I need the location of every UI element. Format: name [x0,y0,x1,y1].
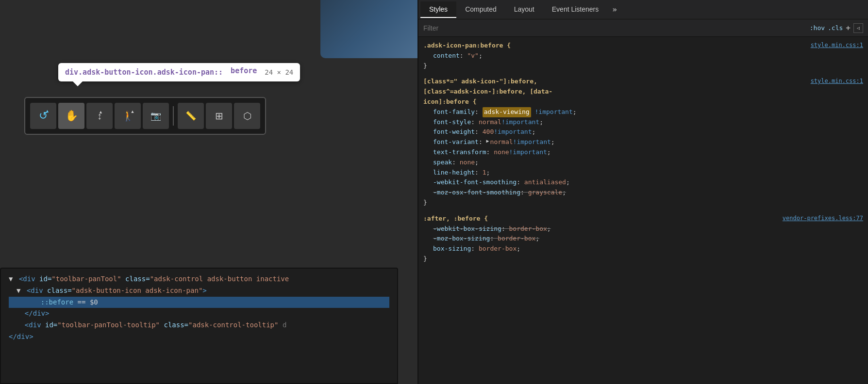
pan-icon: ✋ [65,110,78,122]
3dbox-icon: ⬡ [243,110,251,122]
tab-more-button[interactable]: » [607,2,622,17]
css-prop-webkit-box-sizing: -webkit-box-sizing : border-box ; [433,224,863,234]
css-rule-2: [class*=" adsk-icon-"]:before, style.min… [423,77,863,208]
camera-icon: 📷 [150,111,161,121]
css-prop-name-box-sizing: box-sizing [433,244,471,254]
toolbar-3dbox-button[interactable]: ⬡ [234,103,260,129]
css-colon-ms: : [520,188,528,198]
css-prop-text-transform: text-transform : none !important ; [433,147,863,158]
css-semi-tt: ; [547,147,551,158]
css-prop-name-font-variant: font-variant [433,137,479,147]
css-semi-ws: ; [566,177,570,188]
tab-computed[interactable]: Computed [456,1,505,18]
dom-line-3-selected[interactable]: ::before == $0 [9,297,389,308]
devtools-panel: Styles Computed Layout Event Listeners »… [417,0,868,384]
css-semi-ff: ; [573,107,577,117]
dom-line-4[interactable]: </div> [9,308,389,320]
dom-inspector: ▼ <div id="toolbar-panTool" class="adsk-… [0,268,398,384]
css-prop-value-box-sizing: border-box [479,244,517,254]
css-rule-2-close: } [423,198,863,208]
css-rule-2-selector-cont: [class^=adsk-icon-]:before, [data- [423,87,863,97]
dom-dollar-sign: == $0 [78,298,98,306]
css-important-ff: !important [531,107,573,117]
dom-tag-div-3: <div [17,321,45,329]
css-semi-bs: ; [517,244,520,254]
css-colon-ws: : [517,177,524,188]
dom-line-5[interactable]: <div id="toolbar-panTool-tooltip" class=… [9,320,389,331]
toolbar-measure-button[interactable]: 📏 [178,103,204,129]
dom-attr-class-3: class= [164,321,188,329]
css-prop-value-moz-smoothing: grayscale [528,188,562,198]
css-rule-1-source[interactable]: style.min.css:1 [811,41,863,50]
dom-tag-close-div-1: </div> [9,333,33,340]
tab-layout-label: Layout [514,5,534,13]
css-rule-2-selector: [class*=" adsk-icon-"]:before, [423,78,537,85]
css-colon-wbs: : [501,224,509,234]
css-prop-webkit-smoothing: -webkit-font-smoothing : antialiased ; [433,177,863,188]
css-prop-moz-box-sizing: -moz-box-sizing : border-box ; [433,234,863,244]
css-colon-sp: : [452,158,460,168]
toolbar-pan-button[interactable]: ✋ [58,103,84,129]
css-rule-3: :after, :before { vendor-prefixes.less:7… [423,214,863,264]
toolbar-section-button[interactable]: ⊞ [206,103,232,129]
filter-hov-button[interactable]: :hov [810,24,825,32]
css-prop-name-content: content [433,51,460,61]
toolbar-walk-button[interactable]: 🚶 ▲ [115,103,141,129]
tab-layout[interactable]: Layout [505,1,543,18]
css-rule-1: .adsk-icon-pan:before { style.min.css:1 … [423,41,863,71]
css-prop-value-line-height: 1 [483,168,486,178]
filter-input[interactable] [423,24,806,32]
walk-icon: 🚶 ▲ [122,110,134,122]
css-prop-value-content: "v" [467,51,478,61]
css-prop-name-line-height: line-height [433,168,475,178]
dom-line-2[interactable]: ▼ <div class="adsk-button-icon adsk-icon… [9,285,389,297]
toolbar-orbit-button[interactable]: ↺ ▲ [30,103,56,129]
css-prop-name-font-weight: font-weight [433,127,475,137]
tab-event-listeners[interactable]: Event Listeners [543,1,608,18]
tab-computed-label: Computed [465,5,497,13]
toolbar-zoom-button[interactable]: ↕ ▲ [86,103,113,129]
filter-cls-button[interactable]: .cls [828,24,843,32]
css-rule-2-source[interactable]: style.min.css:1 [811,77,863,86]
dom-pseudo-before: ::before [24,298,73,306]
dom-attr-id-value-3: "toolbar-panTool-tooltip" [57,321,160,329]
css-rule-1-close: } [423,61,863,71]
filter-add-button[interactable]: + [846,23,851,32]
css-colon-fv: : [479,137,486,147]
css-important-tt: !important [509,147,547,158]
triangle-icon-fv: ▶ [486,137,489,147]
dom-tag-div-2: <div [27,287,47,294]
tab-styles[interactable]: Styles [420,1,456,18]
dom-tag-close-div-2: </div> [17,309,49,317]
css-rule-2-props: font-family : adsk-viewing !important ; … [423,107,863,198]
devtools-tabs-bar: Styles Computed Layout Event Listeners » [418,0,868,19]
filter-toggle-icon: ◁ [857,25,860,31]
3d-model-preview [320,0,417,58]
filter-bar: :hov .cls + ◁ [418,19,868,37]
triangle-icon-1: ▼ [9,275,13,283]
css-semi-fw: ; [532,127,536,137]
css-semi-fv: ; [551,137,555,147]
left-panel: div.adsk-button-icon.adsk-icon-pan:: bef… [0,0,417,384]
css-rule-3-source[interactable]: vendor-prefixes.less:77 [783,214,863,223]
css-important-fw: !important [494,127,532,137]
css-prop-value-speak: none [460,158,475,168]
tooltip-size: 24 × 24 [265,68,293,76]
css-prop-value-moz-box-sizing: border-box [498,234,535,244]
css-prop-font-family: font-family : adsk-viewing !important ; [433,107,863,117]
css-prop-value-webkit-smoothing: antialiased [524,177,566,188]
toolbar-camera-button[interactable]: 📷 [143,103,169,129]
css-prop-speak: speak : none ; [433,158,863,168]
css-prop-name-moz-box-sizing: -moz-box-sizing [433,234,490,244]
css-colon-bs: : [471,244,479,254]
css-prop-value-font-style: normal [479,117,501,128]
dom-truncated-3: d [283,321,286,329]
css-rules-panel: .adsk-icon-pan:before { style.min.css:1 … [418,37,868,384]
css-colon-tt: : [486,147,494,158]
css-semi-fs: ; [539,117,543,128]
dom-line-1[interactable]: ▼ <div id="toolbar-panTool" class="adsk-… [9,273,389,285]
filter-toggle-button[interactable]: ◁ [853,23,863,33]
css-prop-value-font-variant: normal [490,137,513,147]
dom-attr-id-1: id= [39,275,51,283]
dom-line-6[interactable]: </div> [9,331,389,343]
